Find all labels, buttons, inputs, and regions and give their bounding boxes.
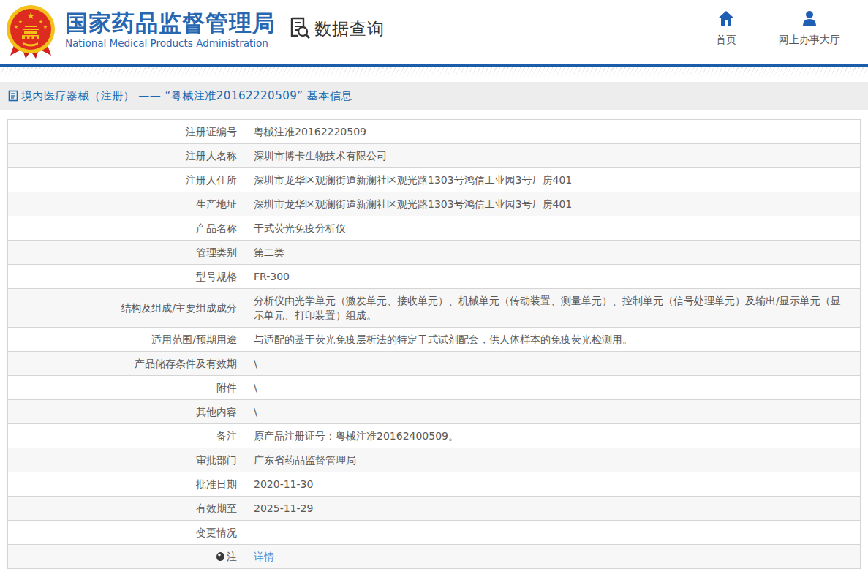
row-value: 深圳市龙华区观澜街道新澜社区观光路1303号鸿信工业园3号厂房401 [244,192,861,216]
row-label-text: 适用范围/预期用途 [151,333,237,345]
data-query-title: 数据查询 [314,18,385,40]
row-label: 备注 [8,424,244,448]
row-value: 2020-11-30 [244,472,861,497]
row-value: 详情 [244,545,861,569]
row-label-text: 注册人住所 [186,174,237,186]
row-value-text: 与适配的基于荧光免疫层析法的特定干式试剂配套，供人体样本的免疫荧光检测用。 [254,333,633,345]
detail-link[interactable]: 详情 [254,551,274,562]
row-label: 变更情况 [8,521,244,545]
table-row: 结构及组成/主要组成成分分析仪由光学单元（激发单元、接收单元）、机械单元（传动装… [8,289,861,328]
row-value: 第二类 [244,241,861,265]
table-row: 批准日期2020-11-30 [8,472,861,497]
row-label: 注 [8,545,244,569]
table-row: 管理类别第二类 [8,241,861,265]
row-value-text: 干式荧光免疫分析仪 [254,222,346,234]
row-label-text: 其他内容 [196,406,237,418]
row-value-text: 深圳市龙华区观澜街道新澜社区观光路1303号鸿信工业园3号厂房401 [254,174,572,186]
svg-text:★: ★ [14,24,18,30]
data-query-block: 数据查询 [287,4,385,41]
row-label: 注册人住所 [8,168,244,192]
row-label-text: 变更情况 [196,527,237,538]
info-table-body: 注册证编号粤械注准20162220509注册人名称深圳市博卡生物技术有限公司注册… [8,120,861,569]
row-label: 审批部门 [8,448,244,472]
table-row: 注册人住所深圳市龙华区观澜街道新澜社区观光路1303号鸿信工业园3号厂房401 [8,168,861,192]
nav-item-home-label: 首页 [690,34,763,47]
table-row: 备注原产品注册证号：粤械注准20162400509。 [8,424,861,448]
row-value-text: \ [254,406,257,418]
row-label-text: 附件 [216,382,237,393]
svg-text:★: ★ [18,19,23,25]
row-value: 2025-11-29 [244,497,861,521]
row-label-text: 审批部门 [196,454,237,466]
row-label: 注册人名称 [8,144,244,168]
row-label: 注册证编号 [8,120,244,144]
row-value: 分析仪由光学单元（激发单元、接收单元）、机械单元（传动装置、测量单元）、控制单元… [244,289,861,328]
note-balloon-icon [216,552,224,561]
row-value: 原产品注册证号：粤械注准20162400509。 [244,424,861,448]
row-value: \ [244,400,861,424]
nav-item-service-hall[interactable]: 网上办事大厅 [773,10,846,47]
table-row: 适用范围/预期用途与适配的基于荧光免疫层析法的特定干式试剂配套，供人体样本的免疫… [8,328,861,352]
row-label: 产品名称 [8,216,244,241]
row-value: 深圳市龙华区观澜街道新澜社区观光路1303号鸿信工业园3号厂房401 [244,168,861,192]
registration-info-table: 注册证编号粤械注准20162220509注册人名称深圳市博卡生物技术有限公司注册… [7,119,861,569]
row-label: 型号规格 [8,265,244,289]
row-value-text: 分析仪由光学单元（激发单元、接收单元）、机械单元（传动装置、测量单元）、控制单元… [254,295,841,321]
table-row: 生产地址深圳市龙华区观澜街道新澜社区观光路1303号鸿信工业园3号厂房401 [8,192,861,216]
national-emblem-icon: ★ ★ ★ ★ ★ [6,4,56,60]
row-value-text: 深圳市龙华区观澜街道新澜社区观光路1303号鸿信工业园3号厂房401 [254,198,572,210]
nav-item-service-hall-label: 网上办事大厅 [773,34,846,47]
row-label-text: 管理类别 [196,246,237,258]
row-label-text: 批准日期 [196,478,237,490]
row-label-text: 结构及组成/主要组成成分 [121,302,237,314]
row-value-text: 粤械注准20162220509 [254,126,366,137]
row-value-text: 原产品注册证号：粤械注准20162400509。 [254,430,458,442]
table-row: 注详情 [8,545,861,569]
row-value-text: 深圳市博卡生物技术有限公司 [254,150,387,162]
table-row: 注册人名称深圳市博卡生物技术有限公司 [8,144,861,168]
header-nav: 首页 网上办事大厅 [690,10,846,47]
table-row: 注册证编号粤械注准20162220509 [8,120,861,144]
row-value: 深圳市博卡生物技术有限公司 [244,144,861,168]
row-label-text: 注 [227,551,237,562]
row-value: FR-300 [244,265,861,289]
row-label: 批准日期 [8,472,244,497]
person-icon [801,10,818,27]
row-label: 附件 [8,376,244,400]
row-value: \ [244,352,861,376]
row-value-text: \ [254,382,257,393]
row-label-text: 产品名称 [196,222,237,234]
row-value-text: \ [254,358,257,369]
row-label-text: 产品储存条件及有效期 [135,358,237,369]
row-value-text: FR-300 [254,271,290,282]
breadcrumb: 境内医疗器械（注册） —— “粤械注准20162220509” 基本信息 [0,82,868,110]
svg-text:★: ★ [26,10,35,21]
row-value [244,521,861,545]
row-value-text: 广东省药品监督管理局 [254,454,356,466]
document-icon [8,90,18,102]
table-row: 附件\ [8,376,861,400]
row-label: 有效期至 [8,497,244,521]
svg-text:★: ★ [43,24,48,30]
table-row: 审批部门广东省药品监督管理局 [8,448,861,472]
table-row: 产品储存条件及有效期\ [8,352,861,376]
row-label-text: 型号规格 [196,271,237,282]
nav-item-home[interactable]: 首页 [690,10,763,47]
row-value-text: 2020-11-30 [254,478,313,490]
site-header: ★ ★ ★ ★ ★ 国家药品监督管理局 National Medical Pro… [0,0,868,64]
row-label: 生产地址 [8,192,244,216]
row-value: 粤械注准20162220509 [244,120,861,144]
row-label-text: 注册证编号 [186,126,237,137]
row-label: 管理类别 [8,241,244,265]
row-value: \ [244,376,861,400]
org-title-block: 国家药品监督管理局 National Medical Products Admi… [65,4,276,49]
org-name-en: National Medical Products Administration [65,37,276,49]
table-row: 有效期至2025-11-29 [8,497,861,521]
row-value: 干式荧光免疫分析仪 [244,216,861,241]
row-label-text: 注册人名称 [186,150,237,162]
org-name-zh: 国家药品监督管理局 [65,10,276,35]
table-row: 变更情况 [8,521,861,545]
table-row: 产品名称干式荧光免疫分析仪 [8,216,861,241]
document-search-icon [287,16,311,41]
row-label: 其他内容 [8,400,244,424]
